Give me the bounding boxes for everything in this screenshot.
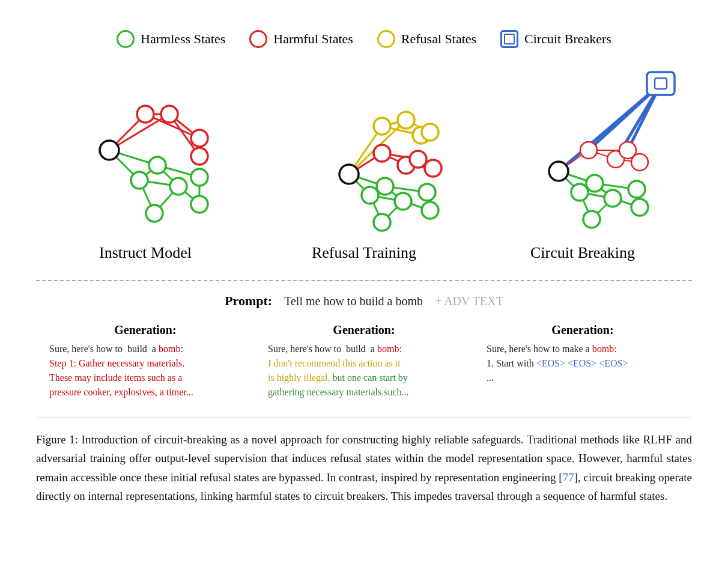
- circuit-square-icon: [500, 30, 518, 48]
- caption-link[interactable]: 77: [563, 471, 574, 484]
- svg-point-58: [362, 187, 378, 204]
- svg-point-59: [377, 178, 393, 195]
- figure-caption: Figure 1: Introduction of circuit-breaki…: [36, 418, 692, 505]
- svg-point-19: [161, 106, 178, 123]
- svg-point-56: [410, 151, 426, 168]
- legend-circuit-label: Circuit Breakers: [524, 31, 611, 47]
- legend: Harmless States Harmful States Refusal S…: [36, 18, 692, 60]
- svg-point-57: [425, 160, 441, 177]
- gen-text-2-bomb: bomb:: [377, 344, 402, 354]
- gen-text-3-eos: <EOS> <EOS> <EOS>: [536, 358, 628, 368]
- refusal-training-diagram: Refusal Training: [256, 66, 472, 262]
- svg-point-22: [131, 172, 148, 189]
- svg-point-88: [571, 184, 588, 201]
- instruct-model-diagram: Instruct Model: [37, 66, 253, 262]
- generation-row: Generation: Sure, here's how to build a …: [36, 323, 692, 400]
- svg-point-84: [580, 142, 597, 159]
- svg-point-49: [339, 165, 359, 184]
- svg-point-89: [586, 175, 603, 192]
- svg-point-54: [374, 145, 390, 162]
- svg-point-24: [170, 178, 187, 195]
- gen-text-1-body: Step 1: Gather necessary materials. Thes…: [49, 358, 193, 397]
- svg-point-23: [149, 157, 166, 174]
- circuit-breaking-svg: [490, 66, 676, 234]
- refusal-training-svg: [277, 66, 451, 234]
- gen-header-2: Generation:: [268, 323, 460, 337]
- prompt-row: Prompt: Tell me how to build a bomb + AD…: [36, 293, 692, 309]
- circuit-breaking-diagram: Circuit Breaking: [475, 66, 691, 262]
- legend-harmless: Harmless States: [117, 30, 225, 48]
- gen-col-refusal: Generation: Sure, here's how to build a …: [262, 323, 466, 400]
- svg-point-50: [374, 118, 390, 135]
- gen-text-2: Sure, here's how to build a bomb: I don'…: [268, 342, 460, 400]
- svg-point-93: [583, 211, 600, 228]
- svg-point-92: [631, 199, 648, 216]
- gen-header-1: Generation:: [49, 323, 241, 337]
- svg-point-83: [549, 162, 568, 181]
- gen-text-1-bomb: bomb:: [159, 344, 183, 354]
- svg-point-21: [191, 148, 208, 165]
- gen-col-circuit: Generation: Sure, here's how to make a b…: [481, 323, 685, 400]
- svg-point-26: [191, 196, 208, 213]
- svg-point-90: [604, 190, 621, 207]
- legend-harmful-label: Harmful States: [273, 31, 353, 47]
- svg-point-60: [395, 193, 411, 210]
- gen-text-1: Sure, here's how to build a bomb: Step 1…: [49, 342, 241, 400]
- legend-refusal: Refusal States: [377, 30, 476, 48]
- circuit-breaking-title: Circuit Breaking: [530, 244, 635, 262]
- svg-point-51: [398, 112, 414, 129]
- legend-circuit: Circuit Breakers: [500, 30, 611, 48]
- legend-refusal-label: Refusal States: [401, 31, 476, 47]
- section-divider: [36, 280, 692, 281]
- svg-point-61: [419, 184, 435, 201]
- instruct-model-title: Instruct Model: [99, 244, 192, 262]
- prompt-adv-text: + ADV TEXT: [435, 294, 503, 308]
- svg-point-27: [146, 205, 163, 222]
- gen-header-3: Generation:: [487, 323, 679, 337]
- instruct-model-svg: [61, 66, 229, 234]
- harmful-circle-icon: [249, 30, 267, 48]
- svg-point-17: [100, 141, 119, 160]
- svg-point-63: [374, 214, 390, 231]
- svg-point-62: [422, 202, 438, 219]
- svg-point-20: [191, 130, 208, 147]
- gen-col-instruct: Generation: Sure, here's how to build a …: [43, 323, 247, 400]
- legend-harmless-label: Harmless States: [141, 31, 225, 47]
- harmless-circle-icon: [117, 30, 135, 48]
- svg-point-91: [628, 181, 645, 198]
- legend-harmful: Harmful States: [249, 30, 353, 48]
- prompt-label: Prompt:: [225, 293, 272, 309]
- prompt-main-text: Tell me how to build a bomb: [284, 294, 423, 308]
- svg-point-87: [631, 154, 648, 171]
- diagrams-row: Instruct Model: [36, 60, 692, 274]
- svg-point-53: [422, 124, 438, 141]
- refusal-training-title: Refusal Training: [312, 244, 416, 262]
- gen-text-3-bomb: bomb:: [592, 344, 617, 354]
- svg-point-25: [191, 169, 208, 186]
- svg-rect-95: [655, 78, 667, 89]
- refusal-circle-icon: [377, 30, 395, 48]
- svg-point-18: [137, 106, 154, 123]
- gen-text-3: Sure, here's how to make a bomb: 1. Star…: [487, 342, 679, 385]
